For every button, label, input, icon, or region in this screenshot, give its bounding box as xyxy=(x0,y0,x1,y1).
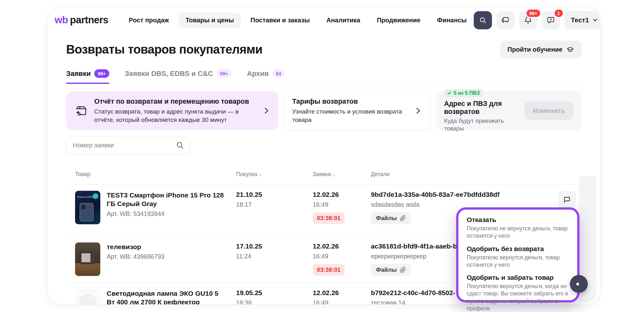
graduation-cap-icon xyxy=(566,46,574,53)
nav-item-sales-growth[interactable]: Рост продаж xyxy=(122,12,176,28)
pickup-card-title: Адрес и ПВЗ для возвратов xyxy=(444,100,525,116)
help-bubble-icon: ? xyxy=(547,16,555,24)
pickup-card-subtitle: Куда будут приезжать товары xyxy=(444,117,525,133)
tab-requests[interactable]: Заявки 99+ xyxy=(66,69,109,83)
countdown-badge: 03:38:01 xyxy=(313,264,345,276)
countdown-badge: 03:38:01 xyxy=(313,212,345,224)
account-menu-button[interactable]: Тест1 xyxy=(564,11,601,29)
wb-partners-logo[interactable]: wbpartners xyxy=(55,14,108,26)
col-header-details: Детали xyxy=(371,171,558,178)
nav-item-finance[interactable]: Финансы xyxy=(430,12,474,28)
notifications-button[interactable]: 99+ xyxy=(519,11,537,29)
menu-item-approve-without-return[interactable]: Одобрить без возврата Покупателю вернутс… xyxy=(467,245,569,269)
request-time: 16:49 xyxy=(313,201,371,208)
tab-dbs-badge: 99+ xyxy=(217,69,232,78)
paperclip-icon xyxy=(400,215,406,221)
paperclip-icon xyxy=(400,267,406,273)
product-article: Арт. WB: 534193944 xyxy=(107,210,225,218)
nav-item-analytics[interactable]: Аналитика xyxy=(319,12,367,28)
product-article: Арт. WB: 439686793 xyxy=(107,253,165,260)
purchase-date: 19.05.25 xyxy=(236,289,313,297)
tariffs-card[interactable]: Тарифы возвратов Узнайте стоимость и усл… xyxy=(284,91,430,130)
main-nav: Рост продаж Товары и цены Поставки и зак… xyxy=(122,12,474,28)
tabs-bar: Заявки 99+ Заявки DBS, EDBS и C&C 99+ Ар… xyxy=(66,69,582,84)
request-search xyxy=(66,136,190,154)
product-name: Светодиодная лампа ЭКО GU10 5 Вт 400 лм … xyxy=(107,289,225,305)
request-time: 16:49 xyxy=(313,253,371,260)
request-time: 16:49 xyxy=(313,299,371,305)
chevron-right-icon xyxy=(415,107,422,114)
product-name: TEST3 Смартфон iPhone 15 Pro 128 ГБ Серы… xyxy=(107,191,225,208)
files-button[interactable]: Файлы xyxy=(371,212,411,224)
pickup-address-card: 5 из 5 ПВЗ Адрес и ПВЗ для возвратов Куд… xyxy=(436,91,582,130)
help-button[interactable]: ? 1 xyxy=(542,11,560,29)
topbar: wbpartners Рост продаж Товары и цены Пос… xyxy=(48,7,600,33)
tariffs-card-title: Тарифы возвратов xyxy=(292,98,404,106)
chevron-right-icon xyxy=(263,107,270,114)
report-card-subtitle: Статус возврата, товар и адрес пункта вы… xyxy=(94,108,257,123)
product-name: телевизор xyxy=(107,242,165,251)
package-return-icon xyxy=(74,104,88,117)
page-title: Возвраты товаров покупателями xyxy=(66,43,263,56)
tab-archive[interactable]: Архив 54 xyxy=(247,69,285,83)
menu-item-approve-and-collect[interactable]: Одобрить и забрать товар Покупателю верн… xyxy=(467,274,569,312)
purchase-time: 11:24 xyxy=(236,253,313,260)
training-button[interactable]: Пройти обучение xyxy=(500,41,582,58)
files-button[interactable]: Файлы xyxy=(371,264,411,276)
request-number-input[interactable] xyxy=(66,136,190,154)
topbar-actions: 99+ ? 1 Тест1 xyxy=(474,11,601,29)
request-date: 12.02.26 xyxy=(313,191,371,198)
tab-requests-badge: 99+ xyxy=(94,69,109,78)
col-header-purchase-sort[interactable]: Покупка xyxy=(236,171,313,178)
nav-item-goods-prices[interactable]: Товары и цены xyxy=(179,12,241,28)
col-header-request-sort[interactable]: Заявка xyxy=(313,171,371,178)
help-badge: 1 xyxy=(554,9,564,18)
notifications-badge: 99+ xyxy=(525,9,541,18)
account-name: Тест1 xyxy=(571,16,589,24)
purchase-time: 18:17 xyxy=(236,201,313,208)
chat-icon xyxy=(563,196,571,204)
chat-bubbles-icon xyxy=(501,16,510,24)
tariffs-card-subtitle: Узнайте стоимость и условия возврата тов… xyxy=(292,108,404,123)
pickup-status-badge: 5 из 5 ПВЗ xyxy=(444,89,483,97)
purchase-date: 21.10.25 xyxy=(236,191,313,198)
tab-archive-badge: 54 xyxy=(272,69,285,78)
svg-text:?: ? xyxy=(550,18,552,22)
logo-wb: wb xyxy=(55,14,68,26)
logo-partners: partners xyxy=(70,14,108,26)
messages-button[interactable] xyxy=(496,11,515,29)
request-id: 9bd7de1a-335a-40b5-83a7-ee7bdfdd38df xyxy=(371,191,558,198)
request-date: 12.02.26 xyxy=(313,242,371,250)
purchase-date: 17.10.25 xyxy=(236,242,313,250)
request-date: 12.02.26 xyxy=(313,289,371,297)
floating-chat-button[interactable] xyxy=(570,275,588,293)
chevron-down-icon xyxy=(592,17,598,23)
tab-dbs-edbs-cc[interactable]: Заявки DBS, EDBS и C&C 99+ xyxy=(125,69,232,83)
report-card[interactable]: Отчёт по возвратам и перемещению товаров… xyxy=(66,91,278,130)
menu-item-decline[interactable]: Отказать Покупателю не вернутся деньги, … xyxy=(467,216,569,240)
check-icon xyxy=(447,91,451,95)
product-image: iPhone 15 PRO xyxy=(75,191,100,224)
col-header-product: Товар xyxy=(66,171,236,178)
product-image xyxy=(75,242,100,276)
row-chat-button[interactable] xyxy=(558,191,576,209)
nav-item-supplies-orders[interactable]: Поставки и заказы xyxy=(243,12,317,28)
search-button[interactable] xyxy=(474,11,492,29)
search-icon xyxy=(479,16,487,24)
row-actions-context-menu: Отказать Покупателю не вернутся деньги, … xyxy=(456,207,579,302)
nav-item-promotion[interactable]: Продвижение xyxy=(370,12,427,28)
table-header: Товар Покупка Заявка Детали xyxy=(66,165,582,184)
purchase-time: 18:38 xyxy=(236,299,313,305)
report-card-title: Отчёт по возвратам и перемещению товаров xyxy=(94,98,257,106)
product-image xyxy=(75,289,100,305)
change-address-button[interactable]: Изменить xyxy=(525,101,573,120)
